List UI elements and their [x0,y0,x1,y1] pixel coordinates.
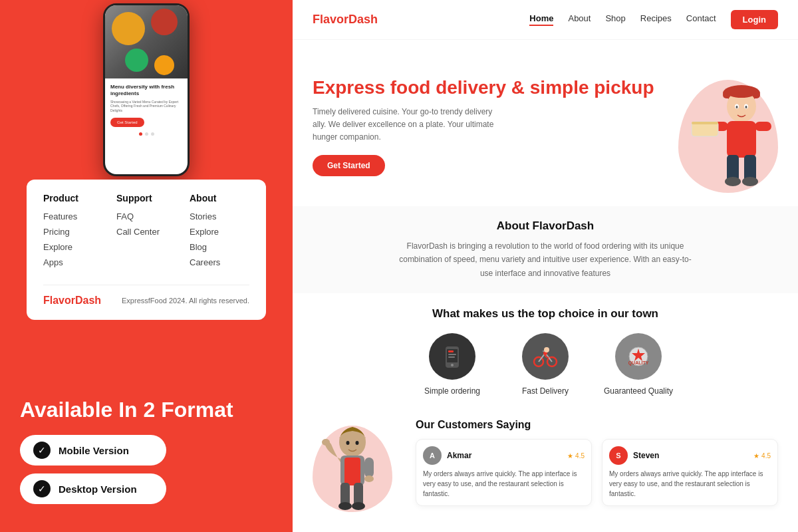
svg-point-17 [742,177,758,186]
left-panel: Menu diversity with fresh ingredients Sh… [0,0,293,532]
footer-link-explore-product[interactable]: Explore [43,242,103,252]
features-cards: Simple ordering Fast Delivery [313,333,778,396]
svg-rect-34 [364,458,374,477]
svg-rect-8 [727,121,756,158]
hero-text: Express food delivery & simple pickup Ti… [313,76,672,176]
svg-rect-13 [692,122,718,124]
desktop-version-button[interactable]: ✓ Desktop Version [20,473,166,504]
footer-col-about: About Stories Explore Blog Careers [190,193,249,273]
reviewer-header-steven: S Steven ★ 4.5 [609,446,771,465]
mobile-version-label: Mobile Version [59,445,129,456]
waiter-image [313,419,399,512]
review-card-steven: S Steven ★ 4.5 My orders always arrive q… [602,439,778,506]
svg-point-41 [346,441,350,445]
footer-support-title: Support [116,193,176,203]
hero-get-started-button[interactable]: Get Started [313,155,385,176]
delivery-person-illustration [685,63,778,193]
phone-get-started-button[interactable]: Get Started [110,118,144,127]
mobile-check-icon: ✓ [33,442,51,459]
svg-point-40 [352,502,365,510]
ordering-icon [429,333,475,380]
login-button[interactable]: Login [731,10,778,29]
customers-section: Our Customers Saying A Akmar ★ 4.5 My or… [293,409,798,525]
navbar: FlavorDash Home About Shop Recipes Conta… [293,0,798,40]
review-card-akmar: A Akmar ★ 4.5 My orders always arrive qu… [416,439,592,506]
phone-food-image [105,5,188,78]
svg-point-36 [322,439,330,446]
nav-link-home[interactable]: Home [529,13,553,26]
available-section: Available In 2 Format ✓ Mobile Version ✓… [0,382,293,532]
svg-point-16 [725,177,741,186]
right-panel: FlavorDash Home About Shop Recipes Conta… [293,0,798,532]
desktop-version-label: Desktop Version [59,483,137,495]
svg-point-39 [338,502,352,510]
customers-title: Our Customers Saying [416,419,778,431]
footer-link-call-center[interactable]: Call Center [116,227,176,237]
footer-link-careers[interactable]: Careers [190,257,249,267]
footer-copyright: ExpressfFood 2024. All rights reserved. [122,297,249,305]
reviewer-header-akmar: A Akmar ★ 4.5 [423,446,585,465]
svg-point-3 [727,87,756,98]
phone-mockup-area: Menu diversity with fresh ingredients Sh… [0,0,293,180]
about-title: About FlavorDash [319,219,771,233]
footer-col-product: Product Features Pricing Explore Apps [43,193,103,273]
footer-brand: FlavorDash [43,295,101,307]
footer-link-blog[interactable]: Blog [190,242,249,252]
svg-point-35 [364,475,374,482]
delivery-label: Fast Delivery [522,386,569,396]
review-text-steven: My orders always arrive quickly. The app… [609,469,771,499]
phone-mockup: Menu diversity with fresh ingredients Sh… [103,3,190,176]
footer-bottom: FlavorDash ExpressfFood 2024. All rights… [43,285,249,307]
phone-screen: Menu diversity with fresh ingredients Sh… [105,5,188,174]
footer-link-explore-about[interactable]: Explore [190,227,249,237]
waiter-illustration [313,419,392,515]
quality-icon: QUALITY [615,333,662,380]
footer-link-stories[interactable]: Stories [190,211,249,221]
footer-link-pricing[interactable]: Pricing [43,227,103,237]
hero-section: Express food delivery & simple pickup Ti… [293,40,798,206]
nav-links: Home About Shop Recipes Contact [529,13,716,26]
svg-rect-22 [448,354,456,355]
svg-point-20 [451,364,454,366]
svg-point-42 [356,441,359,445]
footer-link-faq[interactable]: FAQ [116,211,176,221]
available-title: Available In 2 Format [20,398,273,422]
brand-name: FlavorDash [313,13,378,27]
footer-link-features[interactable]: Features [43,211,103,221]
footer-link-apps[interactable]: Apps [43,257,103,267]
svg-point-7 [745,106,747,108]
footer-col-support: Support FAQ Call Center [116,193,176,273]
quality-label: Guaranteed Quality [604,386,673,396]
footer-columns: Product Features Pricing Explore Apps Su… [43,193,249,273]
nav-link-recipes[interactable]: Recipes [640,13,672,26]
hero-title: Express food delivery & simple pickup [313,76,672,99]
phone-subtitle: Showcasing a Varied Menu Curated by Expe… [110,100,182,113]
phone-dot-2 [145,132,148,136]
hero-subtitle: Timely delivered cuisine. Your go-to tre… [313,106,499,144]
nav-link-contact[interactable]: Contact [686,13,716,26]
reviewer-rating-akmar: ★ 4.5 [567,452,585,460]
phone-app-icon [439,343,466,370]
footer-product-title: Product [43,193,103,203]
about-section: About FlavorDash FlavorDash is bringing … [293,206,798,293]
review-text-akmar: My orders always arrive quickly. The app… [423,469,585,499]
svg-rect-23 [448,356,455,358]
svg-rect-33 [344,458,360,485]
feature-card-ordering: Simple ordering [416,333,489,396]
features-title: What makes us the top choice in our town [313,307,778,321]
footer-about-title: About [190,193,249,203]
nav-link-shop[interactable]: Shop [605,13,625,26]
phone-title: Menu diversity with fresh ingredients [110,84,182,98]
ordering-label: Simple ordering [424,386,480,396]
hero-image [672,60,778,193]
quality-medal-icon: QUALITY [625,343,652,370]
svg-point-6 [736,106,738,108]
phone-dot-1 [139,132,142,136]
mobile-version-button[interactable]: ✓ Mobile Version [20,435,166,466]
delivery-icon [522,333,569,380]
reviews-list: A Akmar ★ 4.5 My orders always arrive qu… [416,439,778,506]
about-description: FlavorDash is bringing a revolution to t… [396,239,695,280]
nav-link-about[interactable]: About [568,13,591,26]
reviewer-rating-steven: ★ 4.5 [753,452,771,460]
customers-content: Our Customers Saying A Akmar ★ 4.5 My or… [416,419,778,506]
